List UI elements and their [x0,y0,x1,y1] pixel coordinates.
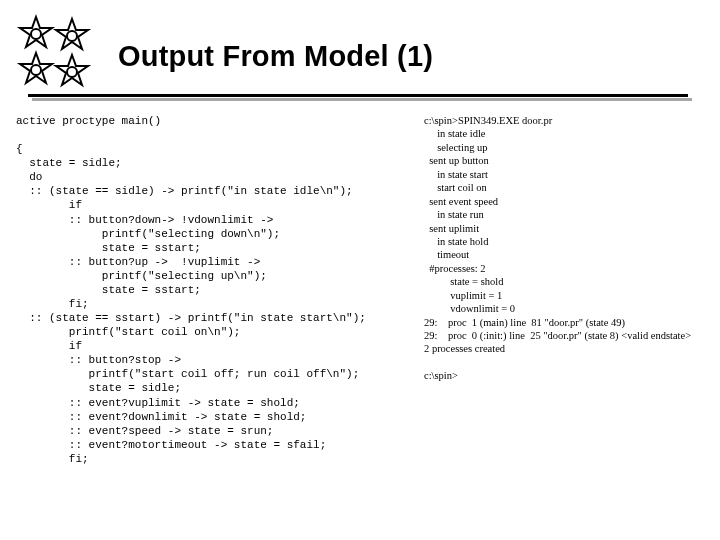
slide-header: Output From Model (1) [12,12,700,100]
gears-icon [12,12,102,100]
svg-point-5 [31,65,41,75]
svg-point-3 [67,31,77,41]
output-trace: c:\spin>SPIN349.EXE door.pr in state idl… [424,114,694,383]
title-underline [20,94,700,104]
svg-point-7 [67,67,77,77]
svg-point-1 [31,29,41,39]
slide: Output From Model (1) active proctype ma… [0,0,720,540]
code-listing: active proctype main() { state = sidle; … [16,114,436,466]
slide-title: Output From Model (1) [118,40,433,73]
slide-body: active proctype main() { state = sidle; … [20,114,700,524]
